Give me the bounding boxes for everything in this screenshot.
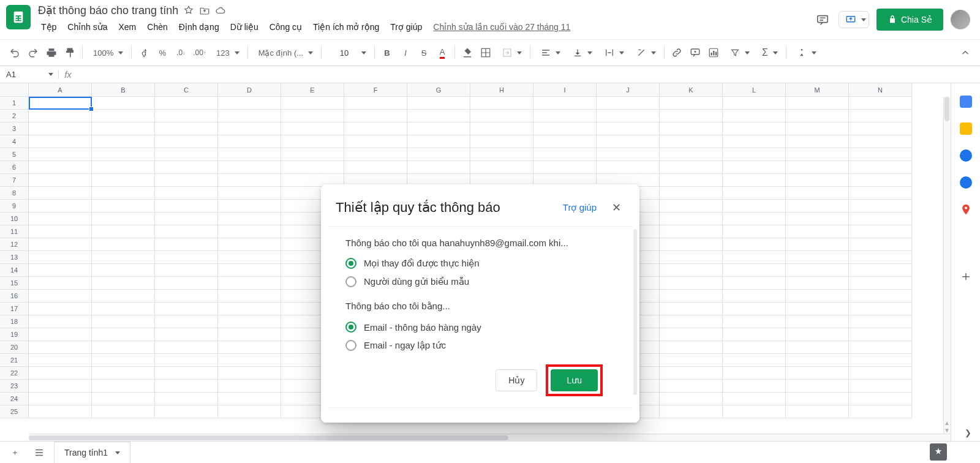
cell[interactable]: [470, 161, 533, 174]
cell[interactable]: [92, 277, 155, 290]
present-meet-button[interactable]: [839, 11, 869, 28]
cell[interactable]: [92, 405, 155, 418]
cell[interactable]: [723, 200, 786, 213]
cell[interactable]: [155, 393, 218, 405]
column-header[interactable]: D: [218, 83, 281, 97]
cell[interactable]: [218, 315, 281, 328]
cell[interactable]: [29, 367, 92, 380]
cell[interactable]: [597, 135, 660, 148]
cell[interactable]: [281, 110, 344, 122]
cell[interactable]: [29, 315, 92, 328]
cell[interactable]: [29, 97, 92, 110]
cell[interactable]: [155, 238, 218, 251]
cell[interactable]: [849, 97, 912, 110]
cell[interactable]: [849, 277, 912, 290]
cell[interactable]: [849, 110, 912, 122]
maps-icon[interactable]: [960, 203, 972, 216]
cell[interactable]: [849, 161, 912, 174]
cell[interactable]: [660, 97, 723, 110]
cell[interactable]: [155, 328, 218, 341]
row-header[interactable]: 23: [0, 380, 29, 393]
cell[interactable]: [218, 213, 281, 225]
cell[interactable]: [786, 174, 849, 187]
cell[interactable]: [723, 213, 786, 225]
cell[interactable]: [660, 251, 723, 264]
cell[interactable]: [29, 213, 92, 225]
cell[interactable]: [155, 405, 218, 418]
cell[interactable]: [849, 328, 912, 341]
cell[interactable]: [29, 277, 92, 290]
cell[interactable]: [849, 225, 912, 238]
horizontal-scrollbar[interactable]: [29, 434, 951, 441]
column-header[interactable]: K: [660, 83, 723, 97]
cell[interactable]: [470, 110, 533, 122]
cell[interactable]: [723, 393, 786, 405]
cell[interactable]: [344, 122, 407, 135]
cell[interactable]: [29, 328, 92, 341]
cell[interactable]: [29, 251, 92, 264]
row-header[interactable]: 17: [0, 303, 29, 315]
cell[interactable]: [597, 148, 660, 161]
cell[interactable]: [660, 238, 723, 251]
cell[interactable]: [533, 97, 597, 110]
column-header[interactable]: H: [470, 83, 533, 97]
cell[interactable]: [470, 97, 533, 110]
cell[interactable]: [29, 341, 92, 354]
cell[interactable]: [29, 135, 92, 148]
cell[interactable]: [155, 380, 218, 393]
cell[interactable]: [155, 303, 218, 315]
row-header[interactable]: 5: [0, 148, 29, 161]
scroll-down-arrow[interactable]: ▼: [943, 426, 951, 434]
cell[interactable]: [660, 225, 723, 238]
cell[interactable]: [723, 135, 786, 148]
cell[interactable]: [29, 161, 92, 174]
menu-data[interactable]: Dữ liệu: [226, 20, 263, 34]
cell[interactable]: [660, 393, 723, 405]
cell[interactable]: [344, 135, 407, 148]
increase-decimal-button[interactable]: .00↑: [191, 45, 208, 61]
menu-edit[interactable]: Chỉnh sửa: [63, 20, 111, 34]
cell[interactable]: [344, 97, 407, 110]
row-header[interactable]: 25: [0, 405, 29, 418]
cell[interactable]: [786, 148, 849, 161]
cell[interactable]: [723, 315, 786, 328]
cell[interactable]: [155, 97, 218, 110]
cell[interactable]: [92, 225, 155, 238]
merge-dropdown[interactable]: [496, 47, 526, 58]
italic-button[interactable]: I: [398, 45, 413, 61]
row-header[interactable]: 10: [0, 213, 29, 225]
decrease-decimal-button[interactable]: .0↓: [173, 45, 189, 61]
cell[interactable]: [29, 174, 92, 187]
cell[interactable]: [849, 405, 912, 418]
cell[interactable]: [723, 277, 786, 290]
cell[interactable]: [155, 187, 218, 200]
cell[interactable]: [723, 264, 786, 277]
cell[interactable]: [29, 393, 92, 405]
cell[interactable]: [660, 315, 723, 328]
cell[interactable]: [155, 110, 218, 122]
cell[interactable]: [92, 200, 155, 213]
cell[interactable]: [786, 393, 849, 405]
sheet-tab-active[interactable]: Trang tính1: [54, 442, 130, 464]
keep-icon[interactable]: [960, 122, 972, 135]
cell[interactable]: [155, 213, 218, 225]
cell[interactable]: [218, 97, 281, 110]
cell[interactable]: [723, 238, 786, 251]
cell[interactable]: [660, 277, 723, 290]
cell[interactable]: [849, 380, 912, 393]
cell[interactable]: [533, 135, 597, 148]
cell[interactable]: [849, 264, 912, 277]
cell[interactable]: [218, 251, 281, 264]
column-header[interactable]: M: [786, 83, 849, 97]
cell[interactable]: [786, 110, 849, 122]
strike-button[interactable]: S: [416, 45, 432, 61]
cell[interactable]: [29, 122, 92, 135]
cell[interactable]: [660, 354, 723, 367]
filter-dropdown[interactable]: [723, 47, 754, 58]
cell[interactable]: [660, 110, 723, 122]
row-header[interactable]: 20: [0, 341, 29, 354]
cell[interactable]: [660, 405, 723, 418]
row-header[interactable]: 7: [0, 174, 29, 187]
row-header[interactable]: 14: [0, 264, 29, 277]
cell[interactable]: [723, 97, 786, 110]
